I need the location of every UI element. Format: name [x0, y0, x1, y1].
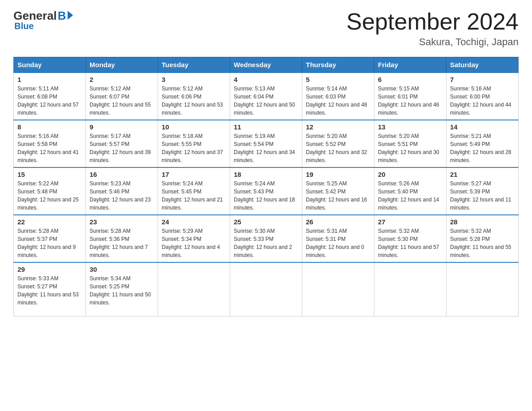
- calendar-cell: 9 Sunrise: 5:17 AMSunset: 5:57 PMDayligh…: [86, 120, 158, 167]
- calendar-body: 1 Sunrise: 5:11 AMSunset: 6:08 PMDayligh…: [14, 73, 519, 316]
- calendar-cell: 6 Sunrise: 5:15 AMSunset: 6:01 PMDayligh…: [374, 73, 446, 120]
- day-number: 28: [450, 218, 515, 226]
- day-number: 7: [450, 76, 515, 83]
- calendar-cell: 28 Sunrise: 5:32 AMSunset: 5:28 PMDaylig…: [446, 215, 519, 262]
- day-number: 2: [90, 76, 154, 83]
- day-info: Sunrise: 5:28 AMSunset: 5:36 PMDaylight:…: [90, 228, 148, 258]
- day-info: Sunrise: 5:27 AMSunset: 5:39 PMDaylight:…: [450, 180, 511, 211]
- day-info: Sunrise: 5:24 AMSunset: 5:43 PMDaylight:…: [234, 180, 295, 211]
- calendar-cell: 14 Sunrise: 5:21 AMSunset: 5:49 PMDaylig…: [446, 120, 519, 167]
- calendar-cell: [302, 262, 374, 316]
- calendar-week-row: 29 Sunrise: 5:33 AMSunset: 5:27 PMDaylig…: [14, 262, 519, 316]
- day-info: Sunrise: 5:32 AMSunset: 5:28 PMDaylight:…: [450, 228, 511, 258]
- page-header: General B Blue September 2024 Sakura, To…: [13, 9, 519, 48]
- day-number: 1: [17, 76, 82, 83]
- calendar-cell: [446, 262, 519, 316]
- day-number: 4: [234, 76, 298, 83]
- day-info: Sunrise: 5:26 AMSunset: 5:40 PMDaylight:…: [378, 180, 439, 211]
- month-title: September 2024: [347, 9, 519, 34]
- calendar-week-row: 22 Sunrise: 5:28 AMSunset: 5:37 PMDaylig…: [14, 215, 519, 262]
- day-info: Sunrise: 5:18 AMSunset: 5:55 PMDaylight:…: [162, 133, 223, 163]
- day-number: 13: [378, 123, 442, 131]
- calendar-week-row: 8 Sunrise: 5:16 AMSunset: 5:58 PMDayligh…: [14, 120, 519, 167]
- header-row: Sunday Monday Tuesday Wednesday Thursday…: [14, 57, 519, 73]
- calendar-cell: 29 Sunrise: 5:33 AMSunset: 5:27 PMDaylig…: [14, 262, 86, 316]
- day-info: Sunrise: 5:16 AMSunset: 6:00 PMDaylight:…: [450, 86, 511, 116]
- calendar-cell: 11 Sunrise: 5:19 AMSunset: 5:54 PMDaylig…: [230, 120, 302, 167]
- day-info: Sunrise: 5:17 AMSunset: 5:57 PMDaylight:…: [90, 133, 151, 163]
- day-number: 21: [450, 171, 515, 178]
- day-info: Sunrise: 5:11 AMSunset: 6:08 PMDaylight:…: [17, 86, 79, 116]
- day-number: 11: [234, 123, 298, 131]
- calendar-week-row: 15 Sunrise: 5:22 AMSunset: 5:48 PMDaylig…: [14, 167, 519, 215]
- day-info: Sunrise: 5:22 AMSunset: 5:48 PMDaylight:…: [17, 180, 79, 211]
- header-thursday: Thursday: [302, 57, 374, 73]
- day-number: 30: [90, 265, 154, 273]
- day-info: Sunrise: 5:15 AMSunset: 6:01 PMDaylight:…: [378, 86, 439, 116]
- day-number: 18: [234, 171, 298, 178]
- logo: General B Blue: [13, 9, 73, 31]
- day-info: Sunrise: 5:24 AMSunset: 5:45 PMDaylight:…: [162, 180, 223, 211]
- calendar-cell: 3 Sunrise: 5:12 AMSunset: 6:06 PMDayligh…: [158, 73, 230, 120]
- calendar-cell: 22 Sunrise: 5:28 AMSunset: 5:37 PMDaylig…: [14, 215, 86, 262]
- day-number: 25: [234, 218, 298, 226]
- day-info: Sunrise: 5:32 AMSunset: 5:30 PMDaylight:…: [378, 228, 439, 258]
- header-friday: Friday: [374, 57, 446, 73]
- calendar-cell: 7 Sunrise: 5:16 AMSunset: 6:00 PMDayligh…: [446, 73, 519, 120]
- header-tuesday: Tuesday: [158, 57, 230, 73]
- day-info: Sunrise: 5:13 AMSunset: 6:04 PMDaylight:…: [234, 86, 295, 116]
- day-number: 26: [306, 218, 370, 226]
- header-monday: Monday: [86, 57, 158, 73]
- day-number: 9: [90, 123, 154, 131]
- day-number: 12: [306, 123, 370, 131]
- calendar-cell: [374, 262, 446, 316]
- calendar-week-row: 1 Sunrise: 5:11 AMSunset: 6:08 PMDayligh…: [14, 73, 519, 120]
- day-info: Sunrise: 5:34 AMSunset: 5:25 PMDaylight:…: [90, 275, 151, 306]
- calendar-cell: 13 Sunrise: 5:20 AMSunset: 5:51 PMDaylig…: [374, 120, 446, 167]
- day-info: Sunrise: 5:33 AMSunset: 5:27 PMDaylight:…: [17, 275, 79, 306]
- day-number: 10: [162, 123, 226, 131]
- calendar-cell: 5 Sunrise: 5:14 AMSunset: 6:03 PMDayligh…: [302, 73, 374, 120]
- day-info: Sunrise: 5:16 AMSunset: 5:58 PMDaylight:…: [17, 133, 79, 163]
- calendar-cell: 16 Sunrise: 5:23 AMSunset: 5:46 PMDaylig…: [86, 167, 158, 215]
- calendar-cell: 19 Sunrise: 5:25 AMSunset: 5:42 PMDaylig…: [302, 167, 374, 215]
- day-number: 19: [306, 171, 370, 178]
- day-number: 27: [378, 218, 442, 226]
- calendar-cell: 17 Sunrise: 5:24 AMSunset: 5:45 PMDaylig…: [158, 167, 230, 215]
- header-wednesday: Wednesday: [230, 57, 302, 73]
- calendar-cell: 24 Sunrise: 5:29 AMSunset: 5:34 PMDaylig…: [158, 215, 230, 262]
- calendar-cell: 25 Sunrise: 5:30 AMSunset: 5:33 PMDaylig…: [230, 215, 302, 262]
- day-number: 6: [378, 76, 442, 83]
- day-number: 8: [17, 123, 82, 131]
- calendar-cell: 20 Sunrise: 5:26 AMSunset: 5:40 PMDaylig…: [374, 167, 446, 215]
- day-info: Sunrise: 5:12 AMSunset: 6:07 PMDaylight:…: [90, 86, 151, 116]
- day-info: Sunrise: 5:30 AMSunset: 5:33 PMDaylight:…: [234, 228, 292, 258]
- calendar-cell: 30 Sunrise: 5:34 AMSunset: 5:25 PMDaylig…: [86, 262, 158, 316]
- calendar-cell: [158, 262, 230, 316]
- calendar-header: Sunday Monday Tuesday Wednesday Thursday…: [14, 57, 519, 73]
- day-number: 23: [90, 218, 154, 226]
- title-section: September 2024 Sakura, Tochigi, Japan: [347, 9, 519, 48]
- day-info: Sunrise: 5:29 AMSunset: 5:34 PMDaylight:…: [162, 228, 220, 258]
- day-number: 29: [17, 265, 82, 273]
- day-number: 17: [162, 171, 226, 178]
- day-info: Sunrise: 5:20 AMSunset: 5:52 PMDaylight:…: [306, 133, 367, 163]
- day-info: Sunrise: 5:28 AMSunset: 5:37 PMDaylight:…: [17, 228, 76, 258]
- day-info: Sunrise: 5:19 AMSunset: 5:54 PMDaylight:…: [234, 133, 295, 163]
- calendar-cell: 26 Sunrise: 5:31 AMSunset: 5:31 PMDaylig…: [302, 215, 374, 262]
- day-number: 22: [17, 218, 82, 226]
- day-number: 14: [450, 123, 515, 131]
- location: Sakura, Tochigi, Japan: [347, 36, 519, 48]
- calendar-cell: 15 Sunrise: 5:22 AMSunset: 5:48 PMDaylig…: [14, 167, 86, 215]
- header-saturday: Saturday: [446, 57, 519, 73]
- day-number: 5: [306, 76, 370, 83]
- logo-arrow-icon: [68, 11, 73, 20]
- calendar-cell: 1 Sunrise: 5:11 AMSunset: 6:08 PMDayligh…: [14, 73, 86, 120]
- calendar-cell: 21 Sunrise: 5:27 AMSunset: 5:39 PMDaylig…: [446, 167, 519, 215]
- calendar-cell: 2 Sunrise: 5:12 AMSunset: 6:07 PMDayligh…: [86, 73, 158, 120]
- calendar-cell: 8 Sunrise: 5:16 AMSunset: 5:58 PMDayligh…: [14, 120, 86, 167]
- day-info: Sunrise: 5:31 AMSunset: 5:31 PMDaylight:…: [306, 228, 364, 258]
- calendar-cell: 23 Sunrise: 5:28 AMSunset: 5:36 PMDaylig…: [86, 215, 158, 262]
- day-info: Sunrise: 5:12 AMSunset: 6:06 PMDaylight:…: [162, 86, 223, 116]
- day-info: Sunrise: 5:25 AMSunset: 5:42 PMDaylight:…: [306, 180, 367, 211]
